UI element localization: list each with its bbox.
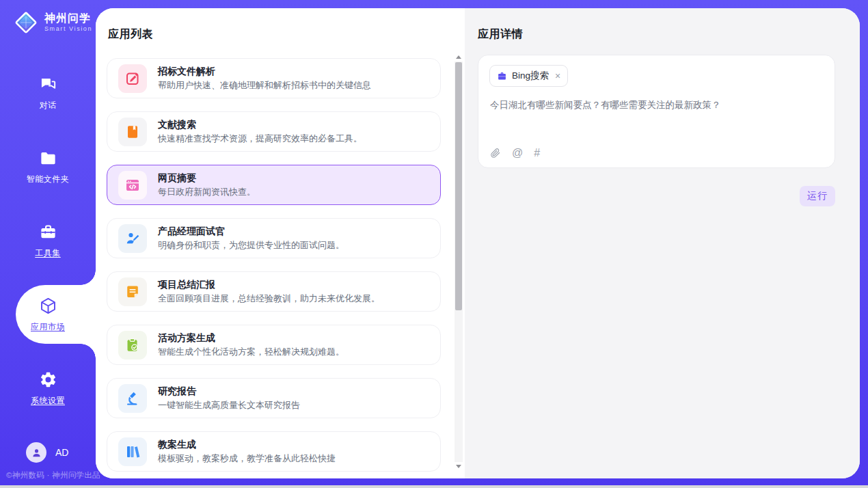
app-card-desc: 帮助用户快速、准确地理解和解析招标书中的关键信息 xyxy=(158,81,371,90)
gear-icon xyxy=(39,370,57,389)
app-card-desc: 明确身份和职责，为您提供专业性的面试问题。 xyxy=(158,241,344,250)
sidebar-item-2[interactable]: 智能文件夹 xyxy=(0,130,96,204)
avatar xyxy=(26,442,46,463)
app-list: 招标文件解析 帮助用户快速、准确地理解和解析招标书中的关键信息 文献搜索 快速精… xyxy=(107,58,441,478)
user-initials: AD xyxy=(55,447,68,458)
folder-icon xyxy=(39,149,57,167)
edit-square-icon xyxy=(118,64,147,93)
app-card-desc: 一键智能生成高质量长文本研究报告 xyxy=(158,401,300,410)
note-icon xyxy=(118,277,147,306)
main-content: 应用列表 招标文件解析 帮助用户快速、准确地理解和解析招标书中的关键信息 文献搜… xyxy=(96,8,860,478)
copyright-footer: ©神州数码 · 神州问学出品 xyxy=(6,470,100,480)
toolbox-icon xyxy=(39,223,57,241)
sidebar-item-label: 工具集 xyxy=(35,247,61,259)
app-card[interactable]: 活动方案生成 智能生成个性化活动方案，轻松解决规划难题。 xyxy=(107,325,441,365)
clipboard-check-icon xyxy=(118,331,147,360)
run-row: 运行 xyxy=(800,186,835,206)
books-icon xyxy=(118,437,147,466)
microscope-icon xyxy=(118,384,147,413)
sidebar-item-label: 应用市场 xyxy=(31,321,65,333)
sidebar-item-label: 对话 xyxy=(40,100,57,111)
sidebar-item-label: 智能文件夹 xyxy=(27,174,70,185)
app-card-desc: 全面回顾项目进展，总结经验教训，助力未来优化发展。 xyxy=(158,294,380,303)
brand-name: 神州问学 xyxy=(44,13,92,24)
sidebar-item-4[interactable]: 应用市场 xyxy=(0,277,96,351)
interviewer-icon xyxy=(118,224,147,253)
app-card[interactable]: 产品经理面试官 明确身份和职责，为您提供专业性的面试问题。 xyxy=(107,218,441,258)
briefcase-icon xyxy=(497,71,507,81)
app-card-desc: 快速精准查找学术资源，提高研究效率的必备工具。 xyxy=(158,134,362,144)
run-button[interactable]: 运行 xyxy=(800,186,835,206)
app-card-title: 招标文件解析 xyxy=(158,66,371,77)
paperclip-icon[interactable] xyxy=(490,148,501,159)
app-list-panel: 应用列表 招标文件解析 帮助用户快速、准确地理解和解析招标书中的关键信息 文献搜… xyxy=(96,8,465,478)
scroll-up-button[interactable] xyxy=(455,53,463,62)
sidebar-item-label: 系统设置 xyxy=(31,395,65,407)
brand-logo: 神州问学 Smart Vision xyxy=(12,9,92,36)
app-card[interactable]: 教案生成 模板驱动，教案秒成，教学准备从此轻松快捷 xyxy=(107,431,441,472)
book-icon xyxy=(118,118,147,146)
at-icon[interactable]: @ xyxy=(512,148,523,159)
composer-toolbar: @# xyxy=(490,148,540,159)
app-card[interactable]: 研究报告 一键智能生成高质量长文本研究报告 xyxy=(107,378,441,418)
app-detail-panel: 应用详情 Bing搜索 × 今日湖北有哪些新闻要点？有哪些需要关注的最新政策？ … xyxy=(465,8,860,478)
app-card-title: 研究报告 xyxy=(158,386,300,396)
brand-diamond-icon xyxy=(12,9,40,36)
app-card-title: 项目总结汇报 xyxy=(158,280,380,290)
triangle-down-icon xyxy=(456,465,461,468)
sidebar-item-5[interactable]: 系统设置 xyxy=(0,351,96,425)
sidebar-item-3[interactable]: 工具集 xyxy=(0,204,96,277)
app-card-desc: 智能生成个性化活动方案，轻松解决规划难题。 xyxy=(158,347,344,357)
app-card-title: 文献搜索 xyxy=(158,120,362,130)
tool-tag-bing-search[interactable]: Bing搜索 × xyxy=(489,65,568,87)
cube-icon xyxy=(39,297,57,315)
hash-icon[interactable]: # xyxy=(534,148,540,159)
sidebar: 神州问学 Smart Vision 对话 智能文件夹 工具集 应用市场 系统设置… xyxy=(0,0,96,488)
app-detail-title: 应用详情 xyxy=(478,27,523,42)
scrollbar-thumb[interactable] xyxy=(455,62,462,310)
window-bottom-edge xyxy=(0,485,868,488)
triangle-up-icon xyxy=(456,55,461,59)
app-card-desc: 模板驱动，教案秒成，教学准备从此轻松快捷 xyxy=(158,454,336,463)
app-card-title: 网页摘要 xyxy=(158,173,256,183)
chat-icon xyxy=(39,75,57,94)
sidebar-nav: 对话 智能文件夹 工具集 应用市场 系统设置 xyxy=(0,56,96,425)
sidebar-item-1[interactable]: 对话 xyxy=(0,56,96,130)
composer-card: Bing搜索 × 今日湖北有哪些新闻要点？有哪些需要关注的最新政策？ @# xyxy=(478,55,835,168)
scrollbar[interactable] xyxy=(455,53,463,471)
tool-tag-label: Bing搜索 xyxy=(512,70,549,82)
browser-code-icon xyxy=(118,171,147,200)
app-card[interactable]: 网页摘要 每日政府新闻资讯快查。 xyxy=(107,165,441,205)
app-card[interactable]: 招标文件解析 帮助用户快速、准确地理解和解析招标书中的关键信息 xyxy=(107,58,441,98)
user-account[interactable]: AD xyxy=(26,442,68,463)
app-card[interactable]: 文献搜索 快速精准查找学术资源，提高研究效率的必备工具。 xyxy=(107,111,441,152)
app-card-title: 教案生成 xyxy=(158,439,336,450)
app-card-title: 活动方案生成 xyxy=(158,333,344,343)
app-card-desc: 每日政府新闻资讯快查。 xyxy=(158,187,256,197)
query-text-input[interactable]: 今日湖北有哪些新闻要点？有哪些需要关注的最新政策？ xyxy=(490,98,823,113)
close-icon[interactable]: × xyxy=(555,71,560,81)
brand-tagline: Smart Vision xyxy=(44,26,92,32)
scroll-down-button[interactable] xyxy=(455,462,463,471)
user-icon xyxy=(31,447,42,459)
app-card[interactable]: 项目总结汇报 全面回顾项目进展，总结经验教训，助力未来优化发展。 xyxy=(107,271,441,312)
app-card-title: 产品经理面试官 xyxy=(158,226,344,236)
app-list-title: 应用列表 xyxy=(108,27,153,42)
